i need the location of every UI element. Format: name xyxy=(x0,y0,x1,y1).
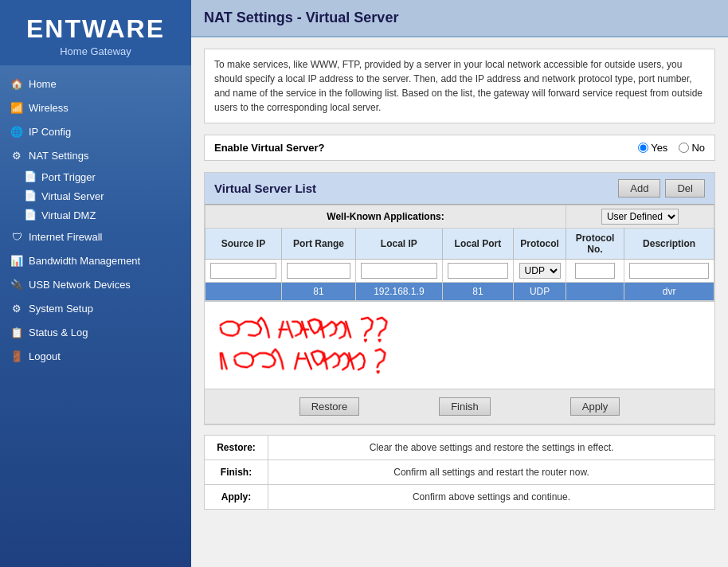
enable-no-label: No xyxy=(691,142,705,154)
input-protocol[interactable]: UDP TCP Both xyxy=(514,260,566,283)
enable-yes-label: Yes xyxy=(651,142,667,154)
add-button[interactable]: Add xyxy=(618,179,660,197)
ip-config-icon: 🌐 xyxy=(10,124,24,139)
sidebar-item-logout[interactable]: 🚪Logout xyxy=(0,344,191,368)
annotation-area xyxy=(205,301,714,389)
sidebar-item-usb-network-devices[interactable]: 🔌USB Network Devices xyxy=(0,272,191,296)
well-known-label: Well-Known Applications: xyxy=(205,205,566,229)
sidebar-item-label-status-log: Status & Log xyxy=(29,327,88,338)
well-known-select-cell: User Defined xyxy=(566,205,714,229)
sidebar-item-nat-settings[interactable]: ⚙NAT Settings xyxy=(0,143,191,167)
apply-button[interactable]: Apply xyxy=(570,397,620,416)
sidebar-item-status-log[interactable]: 📋Status & Log xyxy=(0,320,191,344)
source-ip-input[interactable] xyxy=(210,263,276,279)
sidebar-item-label-logout: Logout xyxy=(29,350,61,362)
row-local-ip: 192.168.1.9 xyxy=(356,283,442,301)
input-source-ip[interactable] xyxy=(205,260,282,283)
sidebar-item-system-setup[interactable]: ⚙System Setup xyxy=(0,296,191,320)
bandwidth-management-icon: 📊 xyxy=(10,253,24,268)
enable-row: Enable Virtual Server? Yes No xyxy=(204,135,715,161)
sidebar-item-label-usb-network-devices: USB Network Devices xyxy=(29,279,131,291)
sidebar-item-label-wireless: Wireless xyxy=(29,102,68,114)
input-row: UDP TCP Both xyxy=(205,260,714,283)
sidebar-item-label-virtual-server: Virtual Server xyxy=(41,190,104,202)
desc-label: Apply: xyxy=(205,485,268,510)
th-protocol: Protocol xyxy=(514,229,566,260)
sidebar-item-label-ip-config: IP Config xyxy=(29,126,71,138)
description-box: To make services, like WWW, FTP, provide… xyxy=(204,49,715,123)
desc-text: Confirm all settings and restart the rou… xyxy=(268,460,715,485)
protocol-select[interactable]: UDP TCP Both xyxy=(519,263,561,279)
sidebar-item-virtual-server[interactable]: 📄Virtual Server xyxy=(0,186,191,205)
sidebar-item-home[interactable]: 🏠Home xyxy=(0,72,191,96)
sidebar-item-label-system-setup: System Setup xyxy=(29,303,93,315)
sidebar-item-bandwidth-management[interactable]: 📊Bandwidth Management xyxy=(0,248,191,272)
nat-settings-icon: ⚙ xyxy=(10,148,24,162)
del-button[interactable]: Del xyxy=(665,179,705,197)
sidebar-item-wireless[interactable]: 📶Wireless xyxy=(0,96,191,119)
bottom-buttons: Restore Finish Apply xyxy=(205,389,714,424)
vserver-title: Virtual Server List xyxy=(214,182,618,195)
usb-network-devices-icon: 🔌 xyxy=(10,277,24,291)
sidebar: ENTWARE Home Gateway 🏠Home📶Wireless🌐IP C… xyxy=(0,0,191,567)
enable-no-option[interactable]: No xyxy=(679,142,705,154)
description-input[interactable] xyxy=(629,263,709,279)
input-local-port[interactable] xyxy=(442,260,514,283)
sidebar-item-label-bandwidth-management: Bandwidth Management xyxy=(29,255,140,267)
table-row[interactable]: 81 192.168.1.9 81 UDP dvr xyxy=(205,283,714,301)
port-trigger-icon: 📄 xyxy=(24,170,37,183)
enable-yes-option[interactable]: Yes xyxy=(638,142,667,154)
virtual-dmz-icon: 📄 xyxy=(24,209,37,221)
vserver-section: Virtual Server List Add Del Well-Known A… xyxy=(204,172,715,425)
status-log-icon: 📋 xyxy=(10,325,24,339)
input-protocol-no[interactable] xyxy=(566,260,624,283)
sidebar-item-label-internet-firewall: Internet Firewall xyxy=(29,231,102,243)
restore-button[interactable]: Restore xyxy=(299,397,360,416)
row-description: dvr xyxy=(624,283,714,301)
row-port-range: 81 xyxy=(281,283,355,301)
sidebar-item-internet-firewall[interactable]: 🛡Internet Firewall xyxy=(0,225,191,248)
vserver-btn-group: Add Del xyxy=(618,179,705,197)
desc-label: Restore: xyxy=(205,436,268,460)
input-local-ip[interactable] xyxy=(356,260,442,283)
virtual-server-icon: 📄 xyxy=(24,190,37,202)
main-content: To make services, like WWW, FTP, provide… xyxy=(191,37,728,567)
wireless-icon: 📶 xyxy=(10,100,24,115)
well-known-row: Well-Known Applications: User Defined xyxy=(205,205,714,229)
local-port-input[interactable] xyxy=(448,263,509,279)
local-ip-input[interactable] xyxy=(361,263,436,279)
port-range-input[interactable] xyxy=(287,263,350,279)
input-description[interactable] xyxy=(624,260,714,283)
sidebar-item-virtual-dmz[interactable]: 📄Virtual DMZ xyxy=(0,205,191,225)
brand-subtitle: Home Gateway xyxy=(8,45,183,57)
enable-no-radio[interactable] xyxy=(679,143,689,153)
desc-row: Apply:Confirm above settings and continu… xyxy=(205,485,715,510)
description-text: To make services, like WWW, FTP, provide… xyxy=(214,59,703,113)
sidebar-item-port-trigger[interactable]: 📄Port Trigger xyxy=(0,167,191,186)
table-container: Well-Known Applications: User Defined So… xyxy=(205,205,714,301)
vserver-table: Well-Known Applications: User Defined So… xyxy=(205,205,714,301)
th-source-ip: Source IP xyxy=(205,229,282,260)
th-port-range: Port Range xyxy=(281,229,355,260)
enable-label: Enable Virtual Server? xyxy=(214,142,638,154)
sidebar-item-ip-config[interactable]: 🌐IP Config xyxy=(0,119,191,143)
enable-yes-radio[interactable] xyxy=(638,143,648,153)
well-known-select[interactable]: User Defined xyxy=(601,209,679,225)
brand-name: ENTWARE xyxy=(8,14,183,44)
row-source-ip xyxy=(205,283,282,301)
desc-table: Restore:Clear the above settings and res… xyxy=(204,435,715,510)
enable-radio-group: Yes No xyxy=(638,142,705,154)
finish-button[interactable]: Finish xyxy=(439,397,491,416)
sidebar-logo: ENTWARE Home Gateway xyxy=(0,0,191,65)
sidebar-item-label-virtual-dmz: Virtual DMZ xyxy=(41,209,96,221)
th-local-ip: Local IP xyxy=(356,229,442,260)
desc-text: Confirm above settings and continue. xyxy=(268,485,715,510)
desc-row: Restore:Clear the above settings and res… xyxy=(205,436,715,460)
desc-row: Finish:Confirm all settings and restart … xyxy=(205,460,715,485)
desc-label: Finish: xyxy=(205,460,268,485)
input-port-range[interactable] xyxy=(281,260,355,283)
protocol-no-input[interactable] xyxy=(575,263,615,279)
th-protocol-no: Protocol No. xyxy=(566,229,624,260)
sidebar-item-label-home: Home xyxy=(29,78,57,90)
home-icon: 🏠 xyxy=(10,76,24,91)
